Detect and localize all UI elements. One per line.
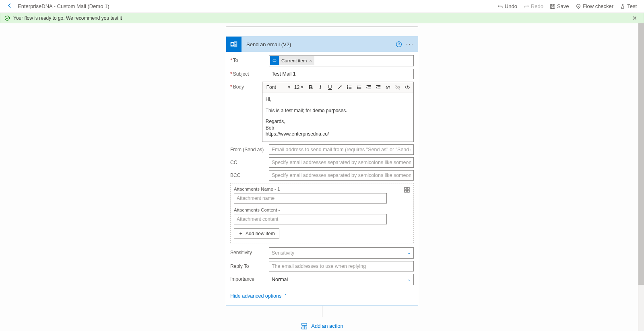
italic-button[interactable]: I bbox=[316, 83, 325, 92]
redo-button[interactable]: Redo bbox=[520, 2, 547, 11]
test-label: Test bbox=[627, 3, 637, 9]
replyto-label: Reply To bbox=[230, 261, 269, 269]
svg-rect-12 bbox=[407, 187, 409, 189]
svg-rect-13 bbox=[405, 190, 407, 192]
to-field[interactable]: Current item × bbox=[269, 55, 414, 66]
bcc-input[interactable] bbox=[269, 170, 414, 181]
undo-label: Undo bbox=[505, 3, 517, 9]
connector-line bbox=[322, 306, 322, 317]
cc-label: CC bbox=[230, 157, 269, 165]
from-input[interactable] bbox=[269, 144, 414, 155]
loop-icon bbox=[270, 56, 279, 65]
svg-rect-1 bbox=[551, 6, 554, 8]
previous-step-stub bbox=[226, 27, 418, 28]
attach-content-input[interactable] bbox=[234, 214, 387, 224]
svg-rect-0 bbox=[551, 4, 555, 8]
banner-close-icon[interactable]: ✕ bbox=[630, 14, 640, 22]
save-button[interactable]: Save bbox=[547, 2, 572, 11]
svg-rect-7 bbox=[273, 60, 276, 62]
card-menu-icon[interactable]: ··· bbox=[405, 41, 418, 48]
add-new-item-button[interactable]: ＋ Add new item bbox=[234, 228, 279, 239]
back-arrow-icon[interactable] bbox=[4, 1, 15, 12]
attach-name-input[interactable] bbox=[234, 193, 387, 204]
flow-canvas[interactable]: Send an email (V2) ··· *To bbox=[0, 23, 644, 331]
switch-to-array-icon[interactable] bbox=[401, 186, 410, 194]
code-view-button[interactable] bbox=[403, 83, 412, 92]
from-label: From (Send as) bbox=[230, 144, 269, 152]
attachments-group: Attachments Name - 1 Attachments Content… bbox=[230, 183, 414, 243]
indent-button[interactable] bbox=[374, 83, 383, 92]
link-button[interactable] bbox=[384, 83, 392, 92]
help-icon[interactable] bbox=[393, 39, 405, 49]
card-title: Send an email (V2) bbox=[246, 41, 291, 47]
body-content[interactable]: Hi, This is a test mail; for demo purpos… bbox=[262, 93, 413, 142]
save-label: Save bbox=[557, 3, 569, 9]
svg-point-8 bbox=[347, 85, 348, 86]
attach-content-label: Attachments Content - bbox=[234, 208, 410, 212]
svg-rect-11 bbox=[405, 187, 407, 189]
sensitivity-select[interactable]: Sensitivity ⌄ bbox=[269, 247, 414, 259]
importance-label: Importance bbox=[230, 274, 269, 282]
svg-point-5 bbox=[231, 43, 233, 45]
redo-label: Redo bbox=[531, 3, 543, 9]
top-toolbar: EnterpriseDNA - Custom Mail (Demo 1) Und… bbox=[0, 0, 644, 13]
body-label: *Body bbox=[230, 82, 262, 90]
card-header[interactable]: Send an email (V2) ··· bbox=[226, 37, 418, 52]
cc-input[interactable] bbox=[269, 157, 414, 168]
font-color-button[interactable] bbox=[335, 83, 344, 92]
importance-select[interactable]: Normal ⌄ bbox=[269, 274, 414, 285]
replyto-input[interactable] bbox=[269, 261, 414, 271]
plus-icon: ＋ bbox=[238, 230, 243, 237]
body-editor: Font▼ 12▼ B I U bbox=[262, 82, 414, 142]
bullet-list-button[interactable] bbox=[345, 83, 354, 92]
flow-checker-label: Flow checker bbox=[583, 3, 614, 9]
subject-input[interactable] bbox=[269, 69, 414, 79]
sensitivity-label: Sensitivity bbox=[230, 247, 269, 255]
to-label: *To bbox=[230, 55, 269, 63]
add-action-button[interactable]: Add an action bbox=[226, 317, 418, 331]
svg-point-10 bbox=[347, 88, 348, 89]
svg-rect-14 bbox=[407, 190, 409, 192]
svg-rect-15 bbox=[302, 323, 307, 325]
flow-checker-button[interactable]: Flow checker bbox=[572, 2, 617, 11]
flow-title: EnterpriseDNA - Custom Mail (Demo 1) bbox=[18, 3, 109, 9]
to-token-current-item[interactable]: Current item × bbox=[270, 56, 314, 65]
hide-advanced-link[interactable]: Hide advanced options ⌃ bbox=[230, 293, 287, 299]
chevron-down-icon: ⌄ bbox=[407, 250, 411, 255]
token-remove-icon[interactable]: × bbox=[308, 58, 314, 63]
font-size-select[interactable]: 12▼ bbox=[293, 83, 305, 92]
chevron-up-icon: ⌃ bbox=[284, 294, 287, 298]
chevron-down-icon: ⌄ bbox=[407, 277, 411, 282]
svg-point-2 bbox=[5, 16, 9, 20]
unlink-button[interactable] bbox=[393, 83, 402, 92]
token-text: Current item bbox=[281, 58, 308, 63]
svg-point-6 bbox=[396, 42, 401, 47]
rtf-toolbar: Font▼ 12▼ B I U bbox=[262, 82, 413, 93]
banner-text: Your flow is ready to go. We recommend y… bbox=[13, 15, 122, 21]
underline-button[interactable]: U bbox=[326, 83, 334, 92]
success-banner: Your flow is ready to go. We recommend y… bbox=[0, 13, 644, 23]
card-body: *To Current item × bbox=[226, 52, 418, 305]
number-list-button[interactable] bbox=[355, 83, 363, 92]
attach-name-label: Attachments Name - 1 bbox=[234, 187, 401, 191]
svg-point-9 bbox=[347, 87, 348, 88]
font-select[interactable]: Font▼ bbox=[264, 83, 292, 92]
send-email-card: Send an email (V2) ··· *To bbox=[226, 36, 418, 306]
test-button[interactable]: Test bbox=[617, 2, 640, 11]
bold-button[interactable]: B bbox=[306, 83, 315, 92]
undo-button[interactable]: Undo bbox=[494, 2, 520, 11]
check-circle-icon bbox=[4, 15, 10, 21]
bcc-label: BCC bbox=[230, 170, 269, 178]
outlook-icon bbox=[226, 37, 242, 52]
subject-label: *Subject bbox=[230, 69, 269, 77]
outdent-button[interactable] bbox=[364, 83, 373, 92]
